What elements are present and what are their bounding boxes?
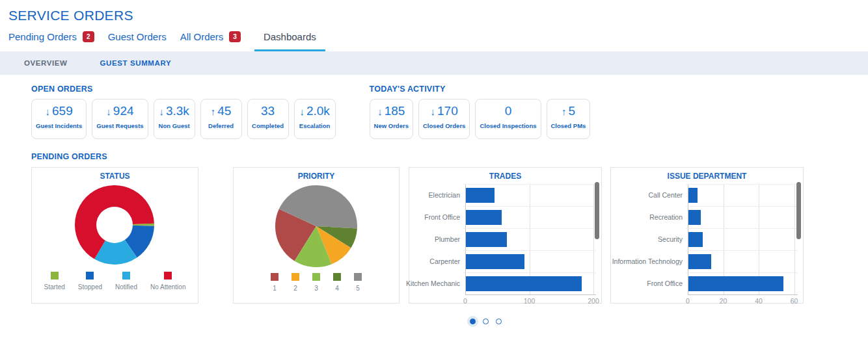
stat-card-escalation[interactable]: ↓2.0kEscalation [294,99,336,139]
carousel-dot-1[interactable] [470,318,476,324]
category-label-front-office: Front Office [412,206,465,228]
bar-plumber[interactable] [466,232,507,247]
legend-label: 2 [293,285,297,292]
trend-down-arrow-icon: ↓ [46,106,51,117]
stat-card-deferred[interactable]: ↑45Deferred [200,99,242,139]
legend-item-notified[interactable]: Notified [115,272,137,291]
open-orders-cards: ↓659Guest Incidents↓924Guest Requests↓3.… [31,99,336,139]
bar-recreation[interactable] [688,210,701,225]
todays-activity-title: TODAY'S ACTIVITY [370,84,591,94]
legend-swatch [86,272,94,280]
tab-dashboards[interactable]: Dashboards [254,23,325,51]
subnav-item-overview[interactable]: OVERVIEW [24,59,68,67]
legend-label: No Attention [150,283,185,291]
x-tick-label: 20 [720,297,727,305]
chart-scrollbar-thumb[interactable] [595,182,599,239]
legend-label: Notified [115,283,137,291]
stat-number: 3.3k [166,104,189,118]
bar-front-office[interactable] [688,276,783,291]
priority-chart-title: PRIORITY [234,168,399,181]
legend-item-4[interactable]: 4 [333,273,341,292]
bar-row [466,206,596,228]
bar-row [466,272,596,294]
bar-front-office[interactable] [466,210,502,225]
stat-card-closed-pms[interactable]: ↑5Closed PMs [547,99,591,139]
stat-label: Closed PMs [551,122,586,131]
priority-chart-panel: PRIORITY 12345 [233,167,400,304]
stat-card-guest-incidents[interactable]: ↓659Guest Incidents [31,99,87,139]
bar-security[interactable] [688,232,703,247]
subnav-item-guest-summary[interactable]: GUEST SUMMARY [100,59,172,67]
tab-guest-orders[interactable]: Guest Orders [108,23,167,51]
legend-item-no-attention[interactable]: No Attention [150,272,185,291]
stat-value: ↓185 [374,104,409,118]
bar-call-center[interactable] [688,188,698,203]
tab-all-orders[interactable]: All Orders3 [180,23,241,51]
stat-label: Closed Orders [423,122,465,131]
status-chart-title: STATUS [32,168,198,181]
bar-electrician[interactable] [466,188,495,203]
main-tabs: Pending Orders2Guest OrdersAll Orders3Da… [0,23,868,51]
legend-label: 3 [314,285,318,292]
stat-label: Completed [252,122,284,131]
stat-card-non-guest[interactable]: ↓3.3kNon Guest [154,99,195,139]
x-tick-label: 100 [524,297,536,305]
axis-spacer [412,295,465,306]
legend-item-2[interactable]: 2 [292,273,299,292]
bar-information-technology[interactable] [688,254,711,269]
open-orders-title: OPEN ORDERS [31,84,336,94]
tab-label: Dashboards [264,31,316,42]
bar-kitchen-mechanic[interactable] [466,276,582,291]
page-title: SERVICE ORDERS [0,0,868,23]
stat-value: ↓659 [36,104,82,118]
stat-card-new-orders[interactable]: ↓185New Orders [370,99,413,139]
tab-pending-orders[interactable]: Pending Orders2 [8,23,94,51]
bar-row [466,250,596,272]
legend-item-stopped[interactable]: Stopped [78,272,102,291]
trades-chart-panel: TRADES ElectricianFront OfficePlumberCar… [409,167,602,304]
trades-barchart: ElectricianFront OfficePlumberCarpenterK… [409,181,601,306]
stat-card-closed-orders[interactable]: ↓170Closed Orders [418,99,470,139]
bar-carpenter[interactable] [466,254,524,269]
bar-row [466,184,596,206]
status-chart-panel: STATUS StartedStoppedNotifiedNo Attentio… [31,167,198,304]
stat-label: New Orders [374,122,409,131]
stat-value: ↓924 [96,104,143,118]
legend-swatch [51,272,59,280]
legend-item-5[interactable]: 5 [354,273,362,292]
legend-swatch [354,273,362,281]
stat-number: 924 [113,104,134,118]
stat-card-completed[interactable]: 33Completed [247,99,289,139]
stat-number: 659 [52,104,73,118]
status-chart [32,181,198,268]
issue_department-barchart: Call CenterRecreationSecurityInformation… [611,181,803,306]
priority-chart [234,181,399,269]
dashboard-content: OPEN ORDERS ↓659Guest Incidents↓924Guest… [0,75,868,324]
carousel-dot-3[interactable] [496,318,502,324]
stat-label: Guest Requests [96,122,143,131]
status-chart-body: StartedStoppedNotifiedNo Attention [32,181,198,291]
chart-scrollbar-thumb[interactable] [796,182,801,239]
legend-label: 1 [273,285,277,292]
x-tick-label: 0 [463,297,467,305]
legend-item-3[interactable]: 3 [312,273,320,292]
stat-number: 45 [217,104,231,118]
stat-label: Non Guest [158,122,191,131]
trend-down-arrow-icon: ↓ [106,106,111,117]
category-label-call-center: Call Center [614,184,688,206]
legend-item-1[interactable]: 1 [271,273,278,292]
stat-label: Guest Incidents [36,122,82,131]
category-label-plumber: Plumber [412,228,465,250]
x-tick-label: 40 [755,297,763,305]
category-label-kitchen-mechanic: Kitchen Mechanic [412,272,465,294]
stat-card-guest-requests[interactable]: ↓924Guest Requests [92,99,148,139]
stat-number: 5 [568,104,575,118]
stat-label: Deferred [205,122,237,131]
carousel-dot-2[interactable] [483,318,489,324]
stat-card-closed-inspections[interactable]: 0Closed Inspections [475,99,541,139]
stat-label: Escalation [299,122,331,131]
chart-panels: STATUS StartedStoppedNotifiedNo Attentio… [31,167,868,304]
trend-up-arrow-icon: ↑ [562,106,567,117]
legend-item-started[interactable]: Started [44,272,65,291]
category-label-recreation: Recreation [614,206,688,228]
